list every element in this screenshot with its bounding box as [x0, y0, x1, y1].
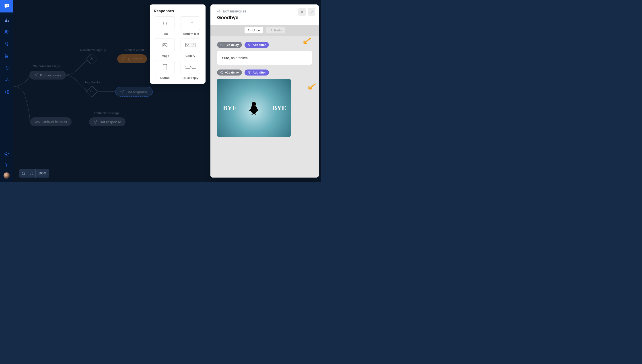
quick-reply-icon [185, 66, 196, 69]
clock-icon [220, 71, 223, 74]
svg-rect-29 [192, 66, 196, 68]
resp-label: Button [160, 76, 170, 80]
response-type-image[interactable]: Image [154, 38, 176, 58]
resp-label: Image [161, 54, 169, 58]
response-type-label: BOT RESPONSE [217, 10, 312, 13]
nav-history-icon[interactable] [3, 64, 10, 71]
svg-point-0 [5, 5, 6, 6]
delay-pill[interactable]: +2s delay [217, 42, 242, 48]
svg-point-12 [5, 93, 6, 94]
svg-point-5 [8, 20, 9, 22]
check-icon [310, 10, 313, 14]
add-filter-pill[interactable]: Add filter [245, 42, 269, 48]
svg-point-7 [7, 31, 8, 32]
text-icon [162, 21, 168, 26]
resp-label: Text [162, 32, 168, 36]
svg-rect-24 [163, 64, 167, 70]
sidebar-bottom [0, 151, 13, 182]
zoom-home-button[interactable] [20, 169, 28, 178]
nav-database-icon[interactable] [3, 52, 10, 59]
nav-academy-icon[interactable] [3, 151, 10, 158]
image-text-right: BYE [272, 104, 286, 112]
random-text-icon [188, 21, 193, 26]
image-icon [162, 43, 168, 48]
clock-icon [220, 44, 223, 46]
svg-point-23 [194, 44, 194, 45]
block-1-controls: +2s delay Add filter [217, 42, 312, 48]
block-2-controls: +2s delay Add filter [217, 70, 312, 76]
annotation-arrow-icon [307, 84, 316, 90]
editor-title: Goodbye [217, 15, 312, 20]
svg-point-4 [6, 20, 7, 22]
confirm-button[interactable] [308, 8, 315, 16]
nav-integrations-icon[interactable] [3, 89, 10, 95]
response-type-button[interactable]: Button [154, 60, 176, 80]
nav-builder-icon[interactable] [3, 16, 10, 23]
close-button[interactable] [298, 8, 306, 16]
penguin-icon [249, 101, 259, 115]
response-type-random-text[interactable]: Random text [179, 16, 202, 36]
redo-button[interactable]: Redo [266, 27, 285, 34]
app-logo[interactable] [0, 0, 13, 12]
svg-point-13 [7, 93, 9, 94]
zoom-fullscreen-button[interactable] [28, 169, 36, 178]
response-type-gallery[interactable]: Gallery [179, 38, 202, 58]
nav-users-icon[interactable] [3, 28, 10, 35]
zoom-level: 100% [36, 169, 49, 178]
undo-redo-bar: Undo Redo [210, 25, 319, 36]
image-text-left: BYE [223, 104, 237, 112]
zoom-controls: 100% [20, 169, 49, 178]
editor-header: BOT RESPONSE Goodbye [210, 4, 319, 25]
undo-icon [248, 29, 251, 32]
resp-label: Quick reply [183, 76, 198, 80]
svg-point-21 [188, 44, 189, 45]
svg-rect-28 [185, 66, 191, 68]
svg-point-10 [5, 90, 6, 92]
editor-body: +2s delay Add filter Sure, no problem. +… [210, 36, 319, 178]
user-avatar[interactable] [3, 172, 10, 179]
svg-point-6 [5, 30, 7, 32]
resp-label: Gallery [186, 54, 195, 58]
send-icon [217, 10, 221, 13]
svg-point-1 [7, 5, 8, 6]
annotation-arrow-icon [302, 38, 311, 44]
flow-canvas[interactable]: Welcome message Newsletter signup Collec… [13, 0, 321, 182]
button-icon [163, 64, 167, 70]
responses-panel: Responses Text Random text Image Gallery… [150, 4, 206, 84]
text-message-block[interactable]: Sure, no problem. [217, 51, 312, 64]
undo-button[interactable]: Undo [245, 27, 263, 34]
close-icon [300, 10, 304, 14]
nav-settings-icon[interactable] [3, 162, 10, 168]
svg-point-8 [5, 54, 8, 56]
sidebar [0, 0, 13, 182]
filter-icon [248, 44, 251, 46]
add-filter-pill[interactable]: Add filter [245, 70, 269, 76]
editor-panel: BOT RESPONSE Goodbye Undo Redo [210, 4, 319, 178]
response-type-text[interactable]: Text [154, 16, 176, 36]
svg-point-3 [5, 20, 6, 22]
sidebar-nav [0, 16, 13, 151]
resp-label: Random text [182, 32, 199, 36]
response-type-quick-reply[interactable]: Quick reply [179, 60, 202, 80]
svg-point-11 [7, 90, 9, 92]
svg-point-14 [6, 164, 7, 166]
image-block[interactable]: BYE BYE [217, 79, 291, 137]
gallery-icon [185, 43, 196, 48]
svg-point-2 [6, 18, 7, 19]
delay-pill[interactable]: +2s delay [217, 70, 242, 76]
redo-icon [269, 29, 272, 32]
filter-icon [248, 71, 251, 74]
nav-analytics-icon[interactable] [3, 77, 10, 83]
nav-ai-icon[interactable] [3, 40, 10, 47]
responses-title: Responses [154, 9, 202, 13]
